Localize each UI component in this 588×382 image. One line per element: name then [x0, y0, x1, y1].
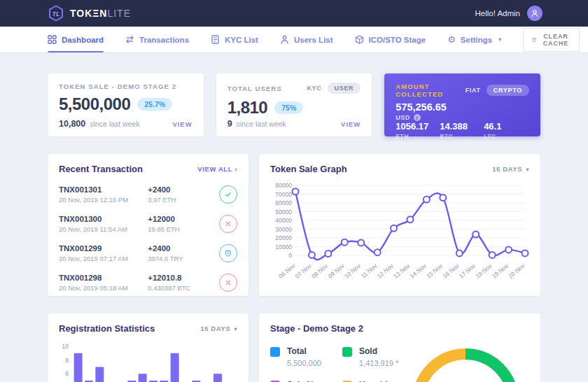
legend-total-swatch: [270, 347, 280, 357]
card-amount-collected: AMOUNT COLLECTED FIAT CRYPTO 575,256.65 …: [384, 73, 540, 136]
svg-text:50000: 50000: [275, 208, 292, 215]
toggle-crypto[interactable]: CRYPTO: [486, 85, 529, 96]
brand-logo[interactable]: TL TOKΞNLITE: [48, 5, 131, 22]
total-users-value: 1,810: [227, 98, 268, 118]
nav-item-transactions[interactable]: Transactions: [125, 27, 189, 52]
top-navbar: TL TOKΞNLITE Hello! Admin: [0, 0, 588, 27]
nav-item-users-list[interactable]: Users List: [280, 27, 333, 52]
total-users-delta: 9: [227, 119, 232, 129]
card-token-sale-title: TOKEN SALE - DEMO STAGE 2: [59, 83, 176, 90]
crypto-ltc: 46.1 LTC: [484, 121, 528, 140]
svg-text:6: 6: [65, 370, 69, 377]
transaction-row[interactable]: TNX001301 20 Nov, 2019 12:16 PM +2400 3.…: [59, 180, 237, 209]
gear-icon: ⚙: [447, 35, 456, 44]
svg-text:70000: 70000: [275, 191, 292, 198]
chevron-down-icon: ▾: [498, 36, 501, 43]
middle-row: Recent Transaction VIEW ALL › TNX001301 …: [48, 154, 540, 296]
svg-text:10: 10: [62, 343, 69, 350]
stat-cards-row: TOKEN SALE - DEMO STAGE 2 5,500,000 25.7…: [48, 73, 540, 136]
status-failed-icon: [219, 215, 237, 233]
user-icon: [280, 35, 289, 44]
nav-item-dashboard[interactable]: Dashboard: [48, 27, 104, 52]
view-all-link[interactable]: VIEW ALL ›: [197, 165, 237, 173]
total-users-percent-badge: 75%: [274, 101, 303, 114]
dashboard-grid-icon: [48, 35, 57, 44]
svg-text:09 Nov: 09 Nov: [327, 262, 346, 279]
svg-text:14 Nov: 14 Nov: [409, 262, 428, 279]
token-sale-view-link[interactable]: VIEW: [172, 120, 192, 128]
card-total-users: TOTAL USERS KYC USER 1,810 75% 9 since l…: [216, 73, 372, 136]
toggle-user[interactable]: USER: [328, 83, 361, 94]
document-list-icon: [211, 35, 220, 44]
svg-text:17 Nov: 17 Nov: [458, 262, 477, 279]
registration-statistics-panel: Registration Statistics 15 DAYS ▾ 246810: [48, 313, 248, 382]
svg-text:20000: 20000: [275, 234, 292, 241]
svg-text:18 Nov: 18 Nov: [474, 262, 493, 279]
stage-donut-chart: 5,500,000 TLE: [406, 342, 525, 382]
svg-text:80000: 80000: [275, 182, 292, 189]
legend-sold: Sold 1,413,919 *: [342, 346, 406, 367]
transaction-list: TNX001301 20 Nov, 2019 12:16 PM +2400 3.…: [59, 180, 237, 297]
tokenlite-logo-icon: TL: [48, 5, 64, 22]
bottom-row: Registration Statistics 15 DAYS ▾ 246810…: [48, 313, 540, 382]
transaction-row[interactable]: TNX001300 20 Nov, 2019 11:54 AM +12000 1…: [59, 209, 237, 239]
svg-text:16 Nov: 16 Nov: [442, 262, 461, 279]
stage-legend: Total 5,500,000 Sold 1,413,919 * Sale %: [270, 342, 406, 382]
status-pending-clock-icon: [219, 244, 237, 262]
total-users-view-link[interactable]: VIEW: [341, 120, 360, 128]
trash-icon: [532, 36, 536, 44]
card-amount-collected-title: AMOUNT COLLECTED: [396, 83, 465, 98]
card-total-users-title: TOTAL USERS: [227, 85, 282, 92]
recent-transactions-title: Recent Transaction: [59, 164, 143, 174]
registration-bar-chart: 246810: [59, 339, 237, 382]
svg-text:30000: 30000: [275, 226, 292, 233]
user-avatar[interactable]: [527, 6, 542, 21]
svg-text:06 Nov: 06 Nov: [277, 262, 297, 279]
svg-text:20 Nov: 20 Nov: [507, 262, 526, 279]
svg-text:13 Nov: 13 Nov: [392, 262, 412, 279]
arrow-right-icon: ›: [234, 165, 237, 173]
transaction-row[interactable]: TNX001299 20 Nov, 2019 07:17 AM +2400 39…: [59, 239, 237, 268]
clear-cache-button[interactable]: CLEAR CACHE: [523, 28, 580, 52]
status-success-icon: [219, 185, 237, 204]
registration-period-dropdown[interactable]: 15 DAYS ▾: [200, 325, 237, 332]
nav-item-settings[interactable]: ⚙ Settings ▾: [447, 27, 501, 52]
token-sale-percent-badge: 25.7%: [137, 98, 172, 111]
amount-currency: USD: [396, 114, 410, 121]
svg-text:07 Nov: 07 Nov: [294, 262, 314, 279]
token-sale-value: 5,500,000: [59, 94, 130, 114]
svg-text:11 Nov: 11 Nov: [360, 262, 379, 279]
svg-text:10000: 10000: [275, 243, 292, 250]
info-icon[interactable]: i: [414, 114, 421, 121]
nav-item-kyc-list[interactable]: KYC List: [211, 27, 258, 52]
swap-arrows-icon: [125, 35, 134, 44]
fiat-crypto-toggle: FIAT CRYPTO: [465, 85, 529, 96]
chevron-down-icon: ▾: [526, 167, 529, 173]
svg-text:15 Nov: 15 Nov: [425, 262, 444, 279]
token-graph-period-dropdown[interactable]: 15 DAYS ▾: [492, 165, 529, 173]
chevron-down-icon: ▾: [234, 326, 237, 332]
card-token-sale: TOKEN SALE - DEMO STAGE 2 5,500,000 25.7…: [48, 73, 204, 136]
svg-text:08 Nov: 08 Nov: [310, 262, 330, 279]
stage-title: Stage - Demo Stage 2: [270, 323, 363, 334]
registration-statistics-title: Registration Statistics: [59, 323, 155, 334]
token-sale-graph-panel: Token Sale Graph 15 DAYS ▾ 0100002000030…: [259, 154, 540, 296]
person-icon: [531, 9, 539, 17]
kyc-user-toggle: KYC USER: [307, 83, 360, 94]
svg-text:8: 8: [65, 357, 69, 364]
main-nav: Dashboard Transactions KYC List Users Li…: [0, 27, 588, 53]
toggle-kyc[interactable]: KYC: [307, 85, 321, 92]
svg-text:60000: 60000: [275, 199, 292, 206]
nav-item-ico-sto-stage[interactable]: ICO/STO Stage: [355, 27, 426, 52]
greeting-text: Hello! Admin: [475, 9, 520, 17]
svg-text:TL: TL: [52, 10, 60, 17]
stage-panel: Stage - Demo Stage 2 Total 5,500,000 Sol…: [259, 313, 540, 382]
token-sale-graph-title: Token Sale Graph: [270, 164, 347, 174]
toggle-fiat[interactable]: FIAT: [465, 87, 481, 94]
svg-text:19 Nov: 19 Nov: [491, 262, 510, 279]
status-failed-icon: [219, 274, 237, 292]
svg-text:10 Nov: 10 Nov: [343, 262, 363, 279]
legend-total: Total 5,500,000: [270, 346, 334, 367]
cube-icon: [355, 35, 364, 44]
transaction-row[interactable]: TNX001298 20 Nov, 2019 05:18 AM +12010.8…: [59, 268, 237, 297]
